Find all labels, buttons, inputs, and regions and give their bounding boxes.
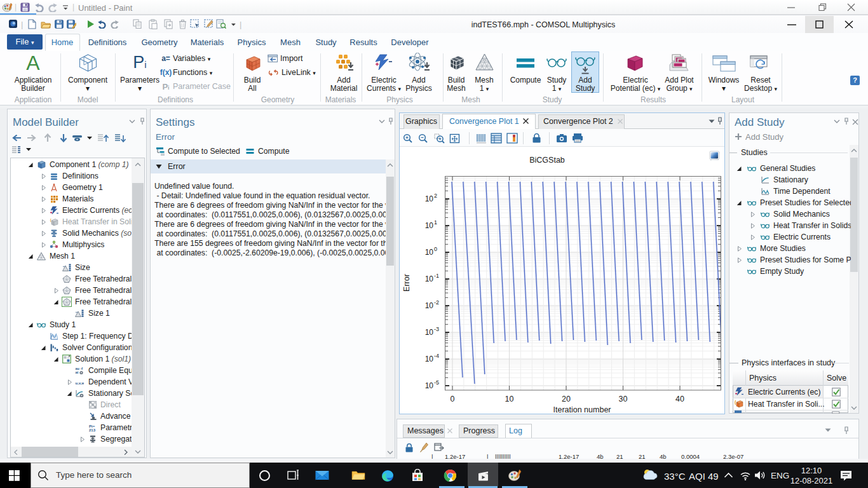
svg-text:213: 213 [89,428,96,432]
svg-text:-f: -f [81,367,83,370]
svg-text:-3: -3 [434,326,439,332]
svg-text:-4: -4 [434,353,439,359]
svg-text:1: 1 [434,219,437,226]
svg-text:10: 10 [425,221,434,230]
svg-text:10: 10 [425,194,434,203]
svg-text:at: at [76,370,79,374]
svg-text:Pi=: Pi= [89,424,95,428]
svg-text:2: 2 [434,193,437,199]
svg-text:10: 10 [425,355,434,363]
svg-text:-2: -2 [434,299,439,306]
svg-text:40: 40 [675,395,684,403]
svg-text:10: 10 [425,381,434,390]
svg-text:10: 10 [425,274,434,283]
svg-text:0: 0 [451,395,455,403]
svg-text:u,v,w: u,v,w [76,381,85,385]
svg-text:-5: -5 [434,379,439,386]
svg-text:10: 10 [505,395,514,403]
svg-text:20: 20 [562,395,571,403]
svg-text:Error: Error [402,274,411,292]
svg-text:Iteration number: Iteration number [553,405,611,414]
svg-text:10: 10 [425,248,434,257]
svg-text:30: 30 [619,395,628,403]
svg-text:0: 0 [434,246,437,252]
svg-text:10: 10 [425,301,434,310]
svg-text:10: 10 [425,328,434,337]
svg-text:-1: -1 [434,273,439,279]
svg-text:BiCGStab: BiCGStab [529,156,565,165]
